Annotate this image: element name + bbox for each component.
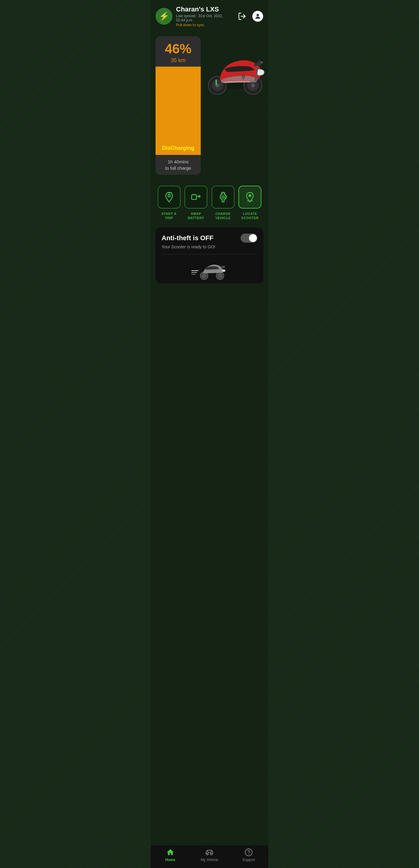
locate-scooter-icon-box xyxy=(238,186,261,209)
antitheft-toggle[interactable] xyxy=(241,234,258,243)
antitheft-header: Anti-theft is OFF xyxy=(161,234,258,243)
battery-fill: DisCharging xyxy=(155,67,201,155)
action-buttons: START ATRIP SWAPBATTERY xyxy=(155,186,264,220)
logout-icon xyxy=(238,12,246,21)
discharge-label: DisCharging xyxy=(162,145,194,151)
start-trip-button[interactable]: START ATRIP xyxy=(157,186,181,220)
pull-sync-label[interactable]: Pull down to sync xyxy=(176,23,233,27)
app-header: ⚡ Charan's LXS Last synced : 31st Oct. 2… xyxy=(151,0,268,30)
antitheft-title: Anti-theft is OFF xyxy=(161,234,213,242)
swap-battery-icon-box xyxy=(184,186,207,209)
charge-time-text: 1h 40minsto full charge xyxy=(165,159,191,170)
svg-point-9 xyxy=(261,61,263,64)
support-icon xyxy=(244,848,253,857)
svg-rect-13 xyxy=(215,80,217,86)
charge-vehicle-button[interactable]: CHARGEVEHICLE xyxy=(211,186,235,220)
antitheft-scooter-icon xyxy=(191,259,228,280)
svg-point-33 xyxy=(202,274,206,278)
locate-scooter-label: LOCATESCOOTER xyxy=(241,212,259,220)
main-content: 46% 35 km DisCharging 1h 40minsto full c… xyxy=(151,30,268,845)
nav-home[interactable]: Home xyxy=(151,848,190,862)
app-logo: ⚡ xyxy=(155,8,173,25)
locate-pin-icon xyxy=(244,191,256,203)
svg-point-11 xyxy=(257,70,263,74)
svg-point-24 xyxy=(222,196,224,198)
antitheft-scooter-image xyxy=(161,254,258,283)
swap-battery-label: SWAPBATTERY xyxy=(188,212,204,220)
svg-point-39 xyxy=(245,849,252,856)
battery-card: 46% 35 km DisCharging 1h 40minsto full c… xyxy=(155,36,201,175)
nav-support[interactable]: Support xyxy=(229,848,268,862)
nav-home-label: Home xyxy=(165,858,175,862)
svg-point-35 xyxy=(218,274,222,278)
nav-my-vehicle-label: My Vehicle xyxy=(201,858,218,862)
charge-vehicle-label: CHARGEVEHICLE xyxy=(215,212,231,220)
svg-point-36 xyxy=(222,270,226,272)
svg-point-1 xyxy=(257,14,259,16)
swap-battery-button[interactable]: SWAPBATTERY xyxy=(184,186,209,220)
nav-support-label: Support xyxy=(242,858,255,862)
logo-bolt-icon: ⚡ xyxy=(159,12,170,21)
svg-text:9: 9 xyxy=(241,73,245,80)
header-title-block: Charan's LXS Last synced : 31st Oct. 202… xyxy=(176,5,233,27)
svg-point-14 xyxy=(168,194,170,197)
battery-km: 35 km xyxy=(160,57,196,64)
vehicle-image: 9 xyxy=(203,42,268,102)
svg-point-38 xyxy=(210,853,212,855)
battery-percent: 46% xyxy=(160,42,196,56)
svg-rect-21 xyxy=(192,195,197,199)
svg-point-8 xyxy=(251,84,255,87)
bottom-nav: Home My Vehicle Support xyxy=(151,845,268,868)
location-plus-icon xyxy=(163,191,175,203)
antitheft-subtitle: Your Scooter is ready to GO! xyxy=(161,244,258,249)
battery-swap-icon xyxy=(190,191,202,203)
home-icon xyxy=(166,848,175,857)
start-trip-label: START ATRIP xyxy=(161,212,177,220)
sync-time: Last synced : 31st Oct. 2022, 02:44 p.m. xyxy=(176,14,233,22)
charge-plug-icon xyxy=(217,191,229,203)
charge-time: 1h 40minsto full charge xyxy=(155,155,201,175)
antitheft-card: Anti-theft is OFF Your Scooter is ready … xyxy=(155,227,264,283)
vehicle-name: Charan's LXS xyxy=(176,5,233,13)
nav-my-vehicle[interactable]: My Vehicle xyxy=(190,848,229,862)
profile-button[interactable] xyxy=(252,10,264,22)
my-vehicle-icon xyxy=(205,848,214,857)
charge-vehicle-icon-box xyxy=(212,186,235,209)
battery-top: 46% 35 km xyxy=(155,36,201,67)
profile-icon xyxy=(252,11,263,22)
header-icons xyxy=(236,10,264,22)
toggle-knob xyxy=(249,234,257,242)
start-trip-icon-box xyxy=(158,186,181,209)
vehicle-image-container: 9 xyxy=(203,36,268,102)
logout-button[interactable] xyxy=(236,10,248,22)
svg-point-27 xyxy=(249,194,252,197)
locate-scooter-button[interactable]: LOCATESCOOTER xyxy=(238,186,263,220)
battery-vehicle-row: 46% 35 km DisCharging 1h 40minsto full c… xyxy=(155,36,264,175)
svg-point-37 xyxy=(207,853,208,855)
